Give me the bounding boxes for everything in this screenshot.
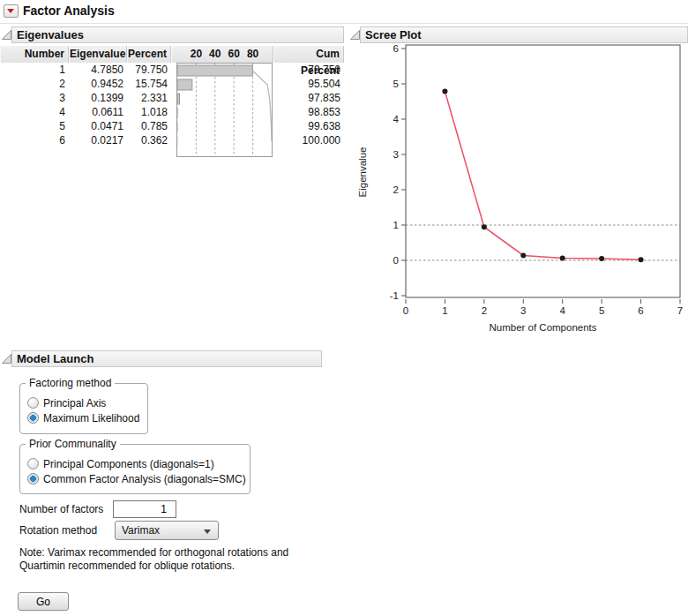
go-button[interactable]: Go	[18, 592, 69, 611]
column-header-cum-percent[interactable]: Cum Percent	[273, 46, 344, 63]
prior-communality-options: Principal Components (diagonals=1)Common…	[27, 456, 246, 486]
svg-text:2: 2	[393, 184, 399, 195]
factoring-method-options: Principal AxisMaximum Likelihood	[27, 395, 144, 425]
chevron-down-icon	[204, 530, 211, 534]
scree-plot-svg: -1012345601234567Number of ComponentsEig…	[348, 39, 688, 344]
cell-percent: 15.754	[127, 77, 171, 91]
radio-button-icon[interactable]	[27, 458, 39, 470]
cell-eigenvalue: 4.7850	[69, 63, 127, 77]
percent-bar-chart	[176, 63, 273, 157]
note-line-1: Note: Varimax recommended for orthogonal…	[19, 546, 337, 560]
cell-cum-percent: 100.000	[273, 133, 344, 147]
rotation-method-value: Varimax	[122, 524, 160, 537]
svg-text:-1: -1	[390, 290, 399, 301]
cell-percent: 0.362	[127, 133, 171, 147]
cell-percent: 2.331	[127, 91, 171, 105]
cell-eigenvalue: 0.0611	[69, 105, 127, 119]
table-row[interactable]: 30.13992.33197.835	[0, 91, 344, 105]
radio-option[interactable]: Principal Axis	[27, 395, 144, 410]
column-header-percent[interactable]: Percent	[127, 46, 171, 63]
eigenvalues-table-header: Number Eigenvalue Percent 20406080 Cum P…	[0, 46, 344, 63]
column-header-eigenvalue[interactable]: Eigenvalue	[69, 46, 127, 63]
svg-text:6: 6	[393, 43, 399, 54]
radio-label: Common Factor Analysis (diagonals=SMC)	[43, 473, 246, 485]
cell-cum-percent: 99.638	[273, 119, 344, 133]
prior-communality-legend: Prior Communality	[26, 438, 120, 450]
svg-text:1: 1	[393, 220, 399, 230]
svg-text:4: 4	[560, 305, 566, 316]
radio-label: Principal Components (diagonals=1)	[43, 458, 214, 470]
column-header-number[interactable]: Number	[0, 46, 69, 63]
svg-text:5: 5	[599, 305, 604, 316]
table-row[interactable]: 50.04710.78599.638	[0, 119, 344, 133]
model-launch-section-header[interactable]: Model Launch	[11, 350, 322, 367]
svg-text:2: 2	[482, 305, 487, 316]
cell-cum-percent: 79.750	[273, 63, 344, 77]
cell-number: 4	[0, 105, 69, 119]
cell-eigenvalue: 0.0217	[69, 133, 127, 147]
svg-text:0: 0	[393, 255, 399, 266]
rotation-method-label: Rotation method	[19, 524, 97, 537]
outline-title-bar: Factor Analysis	[0, 0, 688, 24]
cell-percent: 1.018	[127, 105, 171, 119]
number-of-factors-label: Number of factors	[19, 503, 103, 515]
factoring-method-legend: Factoring method	[26, 377, 115, 389]
radio-button-icon[interactable]	[27, 397, 39, 409]
cell-eigenvalue: 0.1399	[69, 91, 127, 105]
percent-axis-tick: 60	[228, 46, 240, 63]
page-title: Factor Analysis	[23, 4, 115, 18]
cell-percent: 79.750	[127, 63, 171, 77]
red-triangle-menu-button[interactable]	[4, 4, 19, 18]
percent-bar-chart-svg	[177, 64, 272, 156]
cell-percent: 0.785	[127, 119, 171, 133]
svg-text:Number of Components: Number of Components	[489, 322, 596, 333]
cell-number: 2	[0, 77, 69, 91]
svg-text:4: 4	[393, 114, 400, 124]
svg-text:Eigenvalue: Eigenvalue	[357, 147, 368, 198]
table-row[interactable]: 20.945215.75495.504	[0, 77, 344, 91]
radio-option[interactable]: Common Factor Analysis (diagonals=SMC)	[27, 471, 246, 486]
percent-axis-tick: 40	[209, 46, 221, 63]
cell-cum-percent: 98.853	[273, 105, 344, 119]
column-header-percent-axis[interactable]: 20406080	[171, 46, 273, 63]
radio-option[interactable]: Principal Components (diagonals=1)	[27, 456, 246, 471]
svg-text:5: 5	[393, 79, 399, 89]
svg-text:3: 3	[520, 305, 526, 316]
eigenvalues-section-header[interactable]: Eigenvalues	[11, 26, 344, 43]
percent-axis-tick: 20	[191, 46, 202, 63]
percent-axis-tick: 80	[247, 46, 258, 63]
cell-cum-percent: 95.504	[273, 77, 344, 91]
table-row[interactable]: 60.02170.362100.000	[0, 133, 344, 147]
radio-label: Principal Axis	[43, 397, 106, 409]
factor-analysis-window: Factor Analysis Eigenvalues Number Eigen…	[0, 0, 688, 616]
table-row[interactable]: 40.06111.01898.853	[0, 105, 344, 119]
rotation-method-dropdown[interactable]: Varimax	[115, 521, 219, 540]
number-of-factors-input[interactable]	[113, 500, 176, 518]
scree-plot-area[interactable]: -1012345601234567Number of ComponentsEig…	[348, 39, 688, 344]
factoring-method-group: Factoring method Principal AxisMaximum L…	[19, 383, 148, 434]
svg-text:0: 0	[403, 305, 408, 316]
note-line-2: Quartimin recommended for oblique rotati…	[19, 560, 337, 573]
cell-cum-percent: 97.835	[273, 91, 344, 105]
svg-text:3: 3	[393, 149, 399, 160]
eigenvalues-table-body: 14.785079.75079.75020.945215.75495.50430…	[0, 63, 344, 147]
radio-button-icon[interactable]	[27, 473, 39, 485]
cell-eigenvalue: 0.9452	[69, 77, 127, 91]
radio-option[interactable]: Maximum Likelihood	[27, 410, 144, 425]
radio-button-icon[interactable]	[27, 412, 39, 424]
table-row[interactable]: 14.785079.75079.750	[0, 63, 344, 77]
cell-number: 6	[0, 133, 69, 147]
eigenvalues-title: Eigenvalues	[17, 28, 84, 41]
prior-communality-group: Prior Communality Principal Components (…	[19, 444, 251, 494]
red-triangle-icon	[7, 9, 14, 13]
radio-label: Maximum Likelihood	[43, 412, 139, 424]
model-launch-title: Model Launch	[17, 352, 93, 365]
eigenvalues-table: Number Eigenvalue Percent 20406080 Cum P…	[0, 46, 344, 147]
rotation-note: Note: Varimax recommended for orthogonal…	[19, 546, 337, 573]
svg-text:1: 1	[442, 305, 447, 316]
svg-text:6: 6	[638, 305, 643, 316]
cell-number: 5	[0, 119, 69, 133]
cell-eigenvalue: 0.0471	[69, 119, 127, 133]
cell-number: 3	[0, 91, 69, 105]
svg-text:7: 7	[677, 305, 683, 316]
